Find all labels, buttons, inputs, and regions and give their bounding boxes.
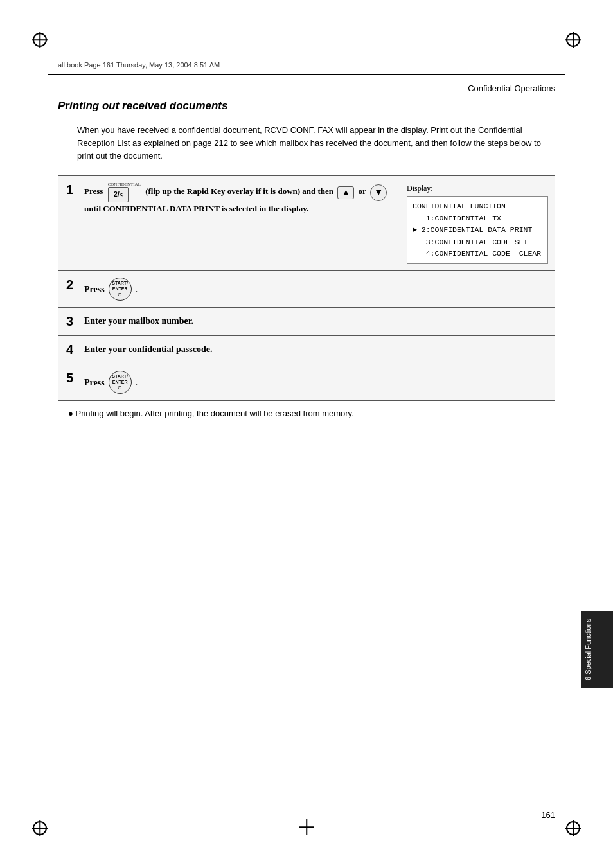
step-1-content: Press CONFIDENTIAL 2/< (flip up the Rapi… (84, 176, 555, 270)
display-line-3: ► 2:CONFIDENTIAL DATA PRINT (413, 224, 542, 236)
section-title: Printing out received documents (58, 100, 555, 112)
circle-tr (566, 33, 580, 47)
display-line-5: 4:CONFIDENTIAL CODE CLEAR (413, 248, 542, 260)
display-line-4: 3:CONFIDENTIAL CODE SET (413, 236, 542, 248)
circle-br (566, 821, 580, 835)
step-3-text: Enter your mailbox number. (84, 316, 193, 326)
down-arrow-icon: ▼ (370, 184, 387, 201)
display-screen: CONFIDENTIAL FUNCTION 1:CONFIDENTIAL TX … (407, 196, 548, 264)
bottom-center-mark (299, 819, 314, 835)
display-line-2: 1:CONFIDENTIAL TX (413, 213, 542, 224)
display-label: Display: (407, 182, 548, 194)
step-4-text: Enter your confidential passcode. (84, 344, 212, 354)
step-2-number: 2 (58, 271, 84, 307)
bullet-note: ● Printing will begin. After printing, t… (58, 400, 555, 427)
step-4-content: Enter your confidential passcode. (84, 336, 555, 364)
step-5: 5 Press START/ ENTER ⊙ . (58, 364, 555, 400)
steps-container: 1 Press CONFIDENTIAL 2/< (flip up the Ra… (58, 175, 555, 427)
step-5-content: Press START/ ENTER ⊙ . (84, 364, 555, 400)
step-3-content: Enter your mailbox number. (84, 308, 555, 335)
step-1-number: 1 (58, 176, 84, 270)
side-tab-text: 6 Special Functions (584, 619, 592, 680)
main-content: Printing out received documents When you… (58, 100, 555, 804)
circle-bl (33, 821, 47, 835)
step-1-display: Display: CONFIDENTIAL FUNCTION 1:CONFIDE… (407, 182, 548, 264)
header-file-info: all.book Page 161 Thursday, May 13, 2004… (58, 61, 220, 69)
display-line-1: CONFIDENTIAL FUNCTION (413, 200, 542, 212)
step-4-number: 4 (58, 336, 84, 364)
start-enter-button-2: START/ ENTER ⊙ (109, 278, 132, 301)
step-2-period: . (136, 283, 138, 296)
header-line (48, 74, 565, 75)
page-number: 161 (541, 810, 555, 820)
side-tab: 6 Special Functions (581, 611, 613, 688)
section-header: Confidential Operations (468, 84, 555, 93)
step-1-text: Press CONFIDENTIAL 2/< (flip up the Rapi… (84, 182, 400, 264)
confidential-key-icon: CONFIDENTIAL 2/< (108, 182, 141, 202)
bullet-text: Printing will begin. After printing, the… (75, 409, 353, 418)
step-5-press-label: Press (84, 376, 105, 389)
intro-paragraph: When you have received a confidential do… (77, 124, 555, 163)
step-1: 1 Press CONFIDENTIAL 2/< (flip up the Ra… (58, 176, 555, 271)
step-3: 3 Enter your mailbox number. (58, 308, 555, 336)
step-2-press-label: Press (84, 283, 105, 296)
step-1-press: Press (84, 187, 103, 197)
up-arrow-icon: ▲ (337, 186, 354, 199)
step-5-period: . (136, 376, 138, 389)
step-2-content: Press START/ ENTER ⊙ . (84, 271, 555, 307)
step-4: 4 Enter your confidential passcode. (58, 336, 555, 364)
step-5-number: 5 (58, 364, 84, 400)
circle-tl (33, 33, 47, 47)
step-2: 2 Press START/ ENTER ⊙ . (58, 271, 555, 308)
step-3-number: 3 (58, 308, 84, 335)
bottom-line (48, 797, 565, 797)
start-enter-button-5: START/ ENTER ⊙ (109, 371, 132, 394)
bullet-symbol: ● (68, 409, 73, 418)
